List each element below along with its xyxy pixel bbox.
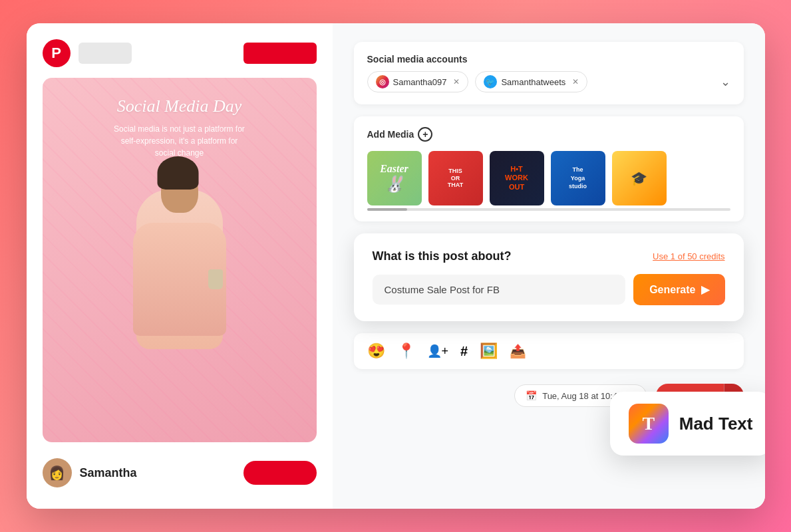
- plus-icon: +: [422, 129, 428, 140]
- post-toolbar-section: 😍 📍 👤+ # 🖼️ 📤: [354, 333, 744, 369]
- calendar-icon: 📅: [526, 390, 537, 401]
- generate-label: Generate: [649, 284, 695, 296]
- ai-header-row: What is this post about? Use 1 of 50 cre…: [373, 249, 725, 263]
- share-button[interactable]: 📤: [510, 343, 526, 359]
- scroll-thumb: [367, 208, 407, 211]
- right-panel: Social media accounts ◎ Samantha097 ✕ 🐦 …: [333, 23, 765, 509]
- pinterest-p-letter: P: [51, 45, 61, 62]
- mention-button[interactable]: 👤+: [427, 344, 449, 358]
- credits-text[interactable]: Use 1 of 50 credits: [653, 251, 724, 261]
- header-placeholder-bar: [79, 43, 132, 64]
- twitter-account-name: Samanthatweets: [501, 77, 565, 87]
- media-thumb-yoga[interactable]: TheYogastudio: [551, 151, 605, 205]
- media-thumb-easter[interactable]: Easter 🐰: [367, 151, 422, 205]
- add-media-label: Add Media: [367, 129, 414, 140]
- add-media-header: Add Media +: [367, 127, 730, 142]
- emoji-button[interactable]: 😍: [367, 342, 385, 360]
- scroll-indicator: [367, 208, 730, 211]
- account-tag-instagram[interactable]: ◎ Samantha097 ✕: [367, 71, 469, 92]
- accounts-label: Social media accounts: [367, 54, 730, 65]
- instagram-remove-button[interactable]: ✕: [453, 77, 460, 86]
- avatar-emoji: 👩: [49, 465, 65, 481]
- media-section: Add Media + Easter 🐰 THISORTHAT: [354, 116, 744, 221]
- media-thumb-workout[interactable]: H•TWORKOUT: [490, 151, 544, 205]
- mad-text-letter: T: [642, 413, 655, 434]
- pinterest-card: Social Media Day Social media is not jus…: [43, 78, 317, 442]
- accounts-row: ◎ Samantha097 ✕ 🐦 Samanthatweets ✕ ⌄: [367, 71, 730, 92]
- footer-action-button[interactable]: [243, 461, 317, 485]
- accounts-dropdown-chevron[interactable]: ⌄: [720, 74, 730, 89]
- username: Samantha: [80, 466, 137, 480]
- generate-button[interactable]: Generate ▶: [633, 274, 724, 305]
- left-panel: P Social Media Day Social media is not j…: [27, 23, 333, 509]
- generate-arrow-icon: ▶: [701, 283, 709, 296]
- location-button[interactable]: 📍: [397, 342, 415, 360]
- ai-post-input[interactable]: [373, 275, 626, 305]
- media-thumbnails: Easter 🐰 THISORTHAT H•TWORKOUT TheYogast…: [367, 151, 730, 205]
- mad-text-app-icon: T: [629, 404, 669, 444]
- instagram-icon: ◎: [376, 75, 389, 88]
- mad-text-label: Mad Text: [679, 414, 753, 434]
- hashtag-button[interactable]: #: [460, 344, 468, 359]
- account-tag-twitter[interactable]: 🐦 Samanthatweets ✕: [475, 71, 587, 92]
- ai-input-row: Generate ▶: [373, 274, 725, 305]
- ai-question: What is this post about?: [373, 249, 512, 263]
- media-thumb-this-or-that[interactable]: THISORTHAT: [428, 151, 483, 205]
- add-media-button[interactable]: +: [418, 127, 432, 142]
- main-container: P Social Media Day Social media is not j…: [27, 23, 765, 509]
- accounts-section: Social media accounts ◎ Samantha097 ✕ 🐦 …: [354, 42, 744, 104]
- pinterest-header: P: [43, 39, 317, 67]
- mad-text-popup: T Mad Text: [610, 392, 765, 456]
- avatar: 👩: [43, 458, 72, 487]
- twitter-icon: 🐦: [484, 75, 497, 88]
- pinterest-logo: P: [43, 39, 71, 67]
- card-woman-figure: [100, 176, 259, 349]
- media-thumb-grad[interactable]: 🎓: [612, 151, 667, 205]
- twitter-remove-button[interactable]: ✕: [572, 77, 579, 86]
- pinterest-footer: 👩 Samantha: [43, 453, 317, 493]
- image-add-button[interactable]: 🖼️: [480, 342, 498, 360]
- instagram-account-name: Samantha097: [393, 77, 447, 87]
- ai-generate-card: What is this post about? Use 1 of 50 cre…: [354, 233, 744, 321]
- header-red-bar[interactable]: [243, 43, 317, 64]
